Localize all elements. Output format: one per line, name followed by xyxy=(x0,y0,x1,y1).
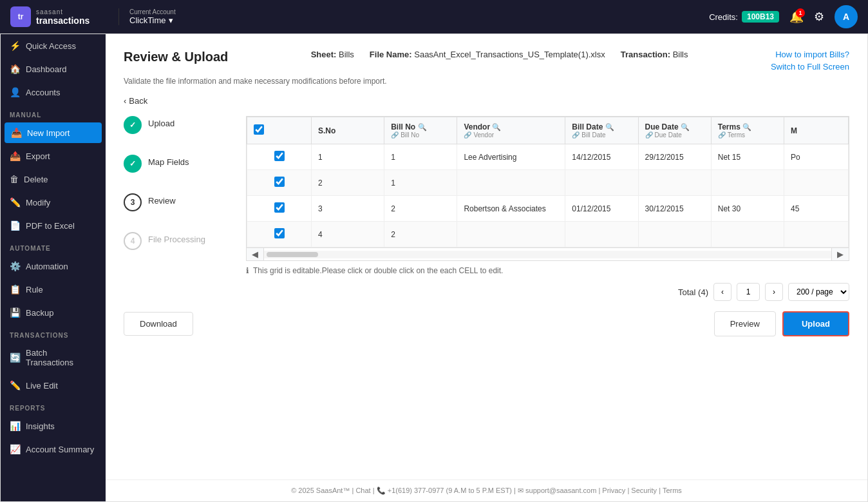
row-more[interactable] xyxy=(784,222,849,247)
row-more[interactable]: Po xyxy=(784,144,849,170)
footer-security-link[interactable]: Security xyxy=(631,487,657,494)
row-checkbox-cell[interactable] xyxy=(247,144,312,170)
sidebar-item-pdf-to-excel[interactable]: 📄 PDF to Excel xyxy=(1,214,106,237)
edit-note: ℹ This grid is editable.Please click or … xyxy=(246,266,849,275)
rule-icon: 📋 xyxy=(10,284,21,294)
row-vendor[interactable]: Robertson & Associates xyxy=(457,196,565,222)
sidebar-item-label: Modify xyxy=(26,198,50,208)
row-vendor[interactable] xyxy=(457,222,565,247)
row-due-date[interactable]: 30/12/2015 xyxy=(638,196,711,222)
download-button[interactable]: Download xyxy=(124,312,193,336)
page-title-block: Review & Upload xyxy=(124,50,228,64)
transaction-info: Transaction: Bills xyxy=(621,50,688,59)
due-date-search-icon[interactable]: 🔍 xyxy=(681,123,690,131)
row-terms[interactable] xyxy=(711,222,784,247)
row-bill-date[interactable] xyxy=(565,222,638,247)
pagination-prev-button[interactable]: ‹ xyxy=(713,283,731,301)
link-icon: 🔗 xyxy=(391,131,399,139)
row-bill-no[interactable]: 1 xyxy=(384,170,457,196)
sidebar-item-rule[interactable]: 📋 Rule xyxy=(1,278,106,301)
row-sno[interactable]: 4 xyxy=(312,222,384,247)
footer-terms-link[interactable]: Terms xyxy=(663,487,682,494)
sheet-info: Sheet: Bills xyxy=(311,50,354,59)
row-bill-date[interactable]: 14/12/2015 xyxy=(565,144,638,170)
row-terms[interactable]: Net 30 xyxy=(711,196,784,222)
step-file-processing-circle: 4 xyxy=(124,232,142,250)
credits-display: Credits: 100B13 xyxy=(709,11,779,23)
avatar[interactable]: A xyxy=(835,5,858,28)
row-more[interactable]: 45 xyxy=(784,196,849,222)
footer-privacy-link[interactable]: Privacy xyxy=(602,487,625,494)
pagination-size-select[interactable]: 200 / page 50 / page 100 / page xyxy=(788,283,849,301)
row-bill-no[interactable]: 1 xyxy=(384,144,457,170)
data-table-wrapper[interactable]: S.No Bill No 🔍 🔗 Bill No Vendor xyxy=(246,116,849,248)
sidebar-item-label: Automation xyxy=(26,262,68,271)
footer-chat-link[interactable]: Chat xyxy=(355,487,370,494)
row-due-date[interactable] xyxy=(638,222,711,247)
terms-search-icon[interactable]: 🔍 xyxy=(742,123,751,131)
pagination: Total (4) ‹ › 200 / page 50 / page 100 /… xyxy=(246,283,849,301)
notifications-button[interactable]: 🔔 1 xyxy=(789,10,804,24)
back-button[interactable]: ‹ Back xyxy=(124,96,849,106)
backup-icon: 💾 xyxy=(10,307,21,318)
row-vendor[interactable]: Lee Advertising xyxy=(457,144,565,170)
sidebar-item-account-summary[interactable]: 📈 Account Summary xyxy=(1,438,106,461)
switch-fullscreen-link[interactable]: Switch to Full Screen xyxy=(771,62,849,72)
sidebar-item-modify[interactable]: ✏️ Modify xyxy=(1,191,106,214)
row-due-date[interactable] xyxy=(638,170,711,196)
sidebar-item-new-import[interactable]: 📥 New Import xyxy=(5,122,102,143)
col-terms: Terms 🔍 🔗 Terms xyxy=(711,117,784,144)
scroll-left-button[interactable]: ◀ xyxy=(247,248,264,260)
row-bill-date[interactable]: 01/12/2015 xyxy=(565,196,638,222)
sidebar-item-label: Batch Transactions xyxy=(26,348,97,367)
how-to-import-link[interactable]: How to import Bills? xyxy=(775,50,849,59)
row-sno[interactable]: 2 xyxy=(312,170,384,196)
footer-email-link[interactable]: ✉ support@saasant.com xyxy=(518,487,596,494)
row-more[interactable] xyxy=(784,170,849,196)
row-bill-no[interactable]: 2 xyxy=(384,196,457,222)
sidebar-item-label: Insights xyxy=(26,421,55,431)
preview-button[interactable]: Preview xyxy=(714,311,776,336)
sidebar-item-backup[interactable]: 💾 Backup xyxy=(1,301,106,324)
select-all-checkbox[interactable] xyxy=(254,124,264,135)
row-checkbox[interactable] xyxy=(274,151,285,161)
sidebar-item-delete[interactable]: 🗑 Delete xyxy=(1,168,106,191)
row-bill-date[interactable] xyxy=(565,170,638,196)
row-checkbox-cell[interactable] xyxy=(247,222,312,247)
bill-date-search-icon[interactable]: 🔍 xyxy=(605,123,614,131)
sidebar-item-batch-transactions[interactable]: 🔄 Batch Transactions xyxy=(1,342,106,374)
batch-icon: 🔄 xyxy=(10,352,21,363)
row-checkbox[interactable] xyxy=(274,202,285,213)
sidebar-item-live-edit[interactable]: ✏️ Live Edit xyxy=(1,374,106,397)
table-row: 2 1 xyxy=(247,170,849,196)
sidebar-item-quick-access[interactable]: ⚡ Quick Access xyxy=(1,34,106,57)
row-bill-no[interactable]: 2 xyxy=(384,222,457,247)
step-upload: ✓ Upload xyxy=(124,116,238,134)
row-due-date[interactable]: 29/12/2015 xyxy=(638,144,711,170)
pagination-next-button[interactable]: › xyxy=(765,283,783,301)
row-checkbox[interactable] xyxy=(274,177,285,187)
scroll-right-button[interactable]: ▶ xyxy=(831,248,849,260)
pagination-page-input[interactable] xyxy=(737,283,760,301)
row-checkbox-cell[interactable] xyxy=(247,196,312,222)
sidebar-item-export[interactable]: 📤 Export xyxy=(1,144,106,168)
automation-icon: ⚙️ xyxy=(10,261,21,271)
col-vendor: Vendor 🔍 🔗 Vendor xyxy=(457,117,565,144)
settings-button[interactable]: ⚙ xyxy=(814,10,824,24)
search-icon[interactable]: 🔍 xyxy=(418,123,427,131)
row-sno[interactable]: 3 xyxy=(312,196,384,222)
upload-button[interactable]: Upload xyxy=(782,311,849,336)
row-checkbox-cell[interactable] xyxy=(247,170,312,196)
sidebar-item-automation[interactable]: ⚙️ Automation xyxy=(1,255,106,278)
horizontal-scrollbar[interactable]: ◀ ▶ xyxy=(246,248,849,261)
row-sno[interactable]: 1 xyxy=(312,144,384,170)
row-checkbox[interactable] xyxy=(274,228,285,238)
sidebar-item-insights[interactable]: 📊 Insights xyxy=(1,414,106,438)
sidebar-item-accounts[interactable]: 👤 Accounts xyxy=(1,81,106,104)
sidebar-item-dashboard[interactable]: 🏠 Dashboard xyxy=(1,57,106,81)
row-terms[interactable]: Net 15 xyxy=(711,144,784,170)
row-terms[interactable] xyxy=(711,170,784,196)
vendor-search-icon[interactable]: 🔍 xyxy=(492,123,501,131)
row-vendor[interactable] xyxy=(457,170,565,196)
account-name-dropdown[interactable]: ClickTime ▾ xyxy=(129,15,176,25)
